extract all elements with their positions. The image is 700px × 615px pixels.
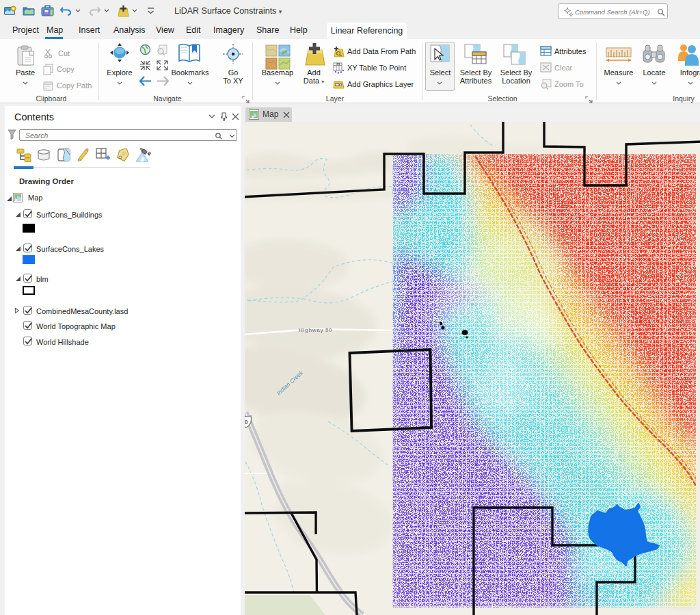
- svg-text:0: 0: [245, 419, 248, 426]
- svg-text:XY: XY: [337, 63, 340, 66]
- svg-text:Highway 50: Highway 50: [299, 327, 332, 333]
